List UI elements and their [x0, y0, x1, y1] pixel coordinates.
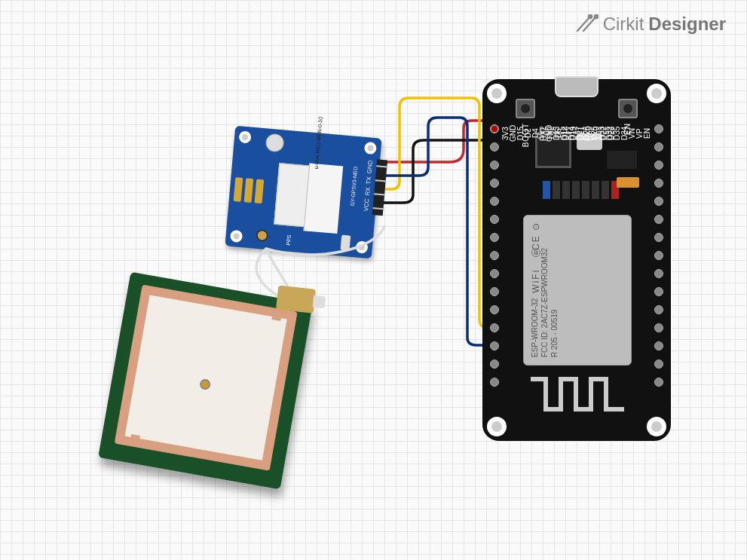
gps-pin-gnd[interactable] — [372, 207, 383, 210]
pin-d14[interactable] — [654, 197, 663, 206]
pin-d23[interactable] — [490, 378, 499, 387]
gps-pin-tx[interactable] — [374, 193, 384, 195]
pin-d18[interactable] — [490, 269, 499, 278]
led-array-icon — [543, 181, 619, 199]
wire-tx-rx0 — [381, 98, 491, 327]
boot-button[interactable] — [516, 99, 535, 118]
pin-rx0[interactable] — [490, 323, 499, 332]
pin-d32[interactable] — [654, 287, 663, 296]
pin-tx2[interactable] — [490, 233, 499, 242]
pin-rx2[interactable] — [490, 215, 499, 224]
pin-vp[interactable] — [654, 360, 663, 369]
pin-en[interactable] — [654, 378, 663, 387]
gps-patch-antenna[interactable] — [98, 272, 313, 490]
pin-d27[interactable] — [654, 215, 663, 224]
pin-vn[interactable] — [654, 341, 663, 350]
gps-neo6m-module[interactable]: u-blox NEO-M8N-0-10 PPS VCC RX TX GND GY… — [225, 126, 381, 259]
gps-pin-header[interactable] — [372, 159, 387, 216]
pin-d33[interactable] — [654, 269, 663, 278]
micro-usb-icon — [555, 76, 599, 97]
pin-vin[interactable] — [654, 124, 663, 133]
regulator-icon — [607, 151, 637, 169]
cirkit-icon — [576, 14, 599, 34]
mounting-hole-icon — [487, 417, 507, 436]
pin-gnd-l[interactable] — [490, 142, 499, 151]
ufl-connector[interactable] — [256, 229, 268, 242]
gps-reset-icon — [341, 235, 351, 251]
svg-point-2 — [588, 15, 591, 18]
pin-3v3[interactable] — [490, 124, 499, 133]
pin-d19[interactable] — [490, 287, 499, 296]
gps-pin-labels: VCC RX TX GND — [363, 160, 374, 212]
mounting-hole-icon — [647, 417, 666, 436]
mounting-hole-icon — [364, 142, 377, 155]
pin-d22[interactable] — [490, 360, 499, 369]
pin-d2[interactable] — [490, 179, 499, 188]
pin-d21[interactable] — [490, 305, 499, 314]
brand-text-1: Cirkit — [603, 14, 644, 35]
capacitor-icon — [617, 177, 639, 188]
pin-d12[interactable] — [654, 179, 663, 188]
mounting-hole-icon — [238, 130, 251, 143]
pin-d5[interactable] — [490, 251, 499, 260]
brand-text-2: Designer — [648, 14, 726, 35]
svg-line-0 — [577, 17, 589, 31]
svg-line-1 — [583, 17, 595, 31]
pin-d26[interactable] — [654, 233, 663, 242]
wire-gnd — [381, 140, 491, 203]
backup-battery-icon — [265, 133, 285, 152]
gps-board-label: GY-GPSV3-NEO — [350, 167, 359, 207]
pin-tx0[interactable] — [490, 341, 499, 350]
sma-connector[interactable] — [276, 286, 316, 314]
esp32-right-pinrow[interactable] — [654, 124, 663, 387]
pin-d4[interactable] — [490, 197, 499, 206]
gps-led-label: PPS — [286, 234, 292, 246]
mounting-hole-icon — [355, 240, 368, 253]
gold-pads-icon — [234, 177, 265, 203]
schematic-canvas[interactable]: Cirkit Designer BOOT EN WiFi ⓔ CE ⊙ — [0, 0, 747, 560]
pin-d13[interactable] — [654, 161, 663, 170]
antenna-patch-icon — [125, 295, 287, 460]
esp32-left-pinrow[interactable] — [490, 124, 499, 387]
mounting-hole-icon — [487, 84, 507, 103]
ublox-chip-label: u-blox NEO-M8N-0-10 — [314, 109, 324, 169]
gps-pin-vcc[interactable] — [376, 166, 387, 168]
pin-d35[interactable] — [654, 305, 663, 314]
ublox-chip-icon — [274, 163, 341, 230]
pin-d25[interactable] — [654, 251, 663, 260]
pin-d15[interactable] — [490, 161, 499, 170]
wire-rx-tx0 — [379, 118, 491, 345]
pin-d34[interactable] — [654, 323, 663, 332]
mounting-hole-icon — [230, 230, 243, 243]
pcb-antenna-icon — [523, 372, 632, 420]
brand-logo: Cirkit Designer — [576, 14, 726, 35]
mounting-hole-icon — [647, 84, 666, 103]
esp32-devkit[interactable]: BOOT EN WiFi ⓔ CE ⊙ ESP-WROOM-32 FCC ID:… — [482, 79, 671, 441]
en-button[interactable] — [618, 99, 638, 118]
pin-gnd-r[interactable] — [654, 142, 663, 151]
gps-pin-rx[interactable] — [375, 179, 386, 182]
svg-point-3 — [594, 15, 597, 18]
esp32-right-labels: VinGND D13D12 D14D27 D26D25 D33D32 D35D3… — [538, 124, 651, 142]
esp32-shield-icon: WiFi ⓔ CE ⊙ ESP-WROOM-32 FCC ID: 2AC7Z-E… — [523, 215, 632, 366]
wire-vcc-3v3 — [378, 121, 491, 162]
shield-text: ESP-WROOM-32 FCC ID: 2AC7Z-ESPWROOM32 R … — [530, 248, 559, 357]
